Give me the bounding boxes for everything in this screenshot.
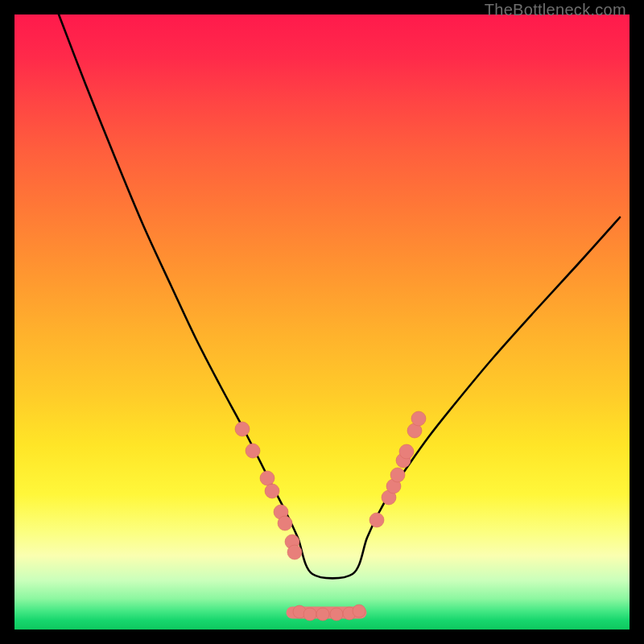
marker-dot [265, 484, 279, 498]
marker-dot [353, 605, 365, 617]
marker-dot [390, 468, 405, 482]
chart-frame: TheBottleneck.com [0, 0, 644, 644]
curve-layer [14, 14, 630, 630]
watermark-text: TheBottleneck.com [485, 1, 626, 19]
marker-dot [369, 513, 384, 527]
marker-cluster-left [235, 422, 302, 559]
marker-dot [399, 444, 414, 459]
marker-dot [235, 422, 250, 436]
marker-dot [316, 608, 329, 621]
marker-dot [303, 608, 316, 621]
marker-dot [260, 471, 275, 485]
marker-dot [246, 444, 260, 458]
marker-dot [411, 411, 426, 426]
marker-cluster-right [369, 411, 426, 527]
marker-dot [278, 516, 292, 530]
bottleneck-curve [59, 14, 620, 578]
marker-dot [330, 608, 343, 621]
plot-area [14, 14, 630, 630]
marker-dot [287, 545, 302, 559]
